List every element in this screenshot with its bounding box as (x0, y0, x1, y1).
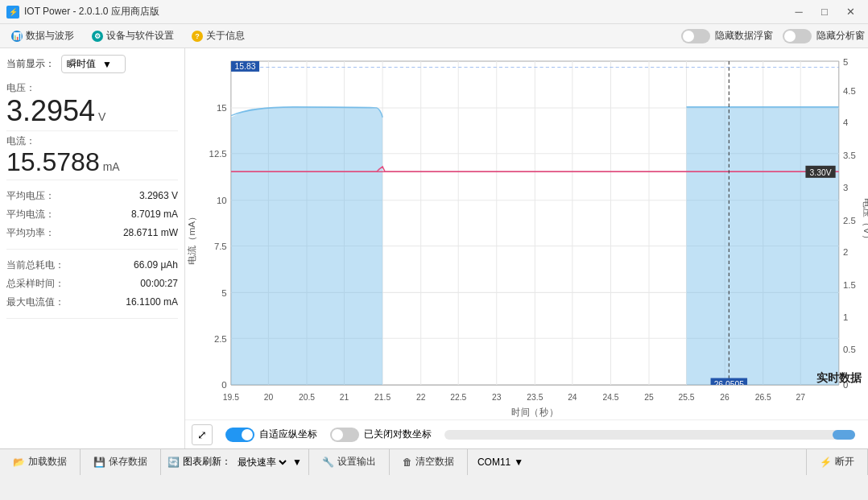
svg-text:3: 3 (843, 183, 848, 192)
menu-settings-label: 设备与软件设置 (106, 29, 174, 43)
menu-item-data[interactable]: 📊 数据与波形 (3, 26, 82, 46)
zoom-fit-button[interactable]: ⤢ (192, 424, 213, 445)
voltage-label: 电压： (6, 81, 178, 95)
voltage-value-row: 3.2954 V (6, 95, 178, 127)
bottom-bar: 📂 加载数据 💾 保存数据 🔄 图表刷新： 最快速率 ▼ 🔧 设置输出 🗑 清空… (0, 448, 868, 474)
svg-text:5: 5 (221, 288, 226, 298)
svg-text:12.5: 12.5 (209, 149, 227, 159)
svg-text:时间（秒）: 时间（秒） (511, 407, 559, 417)
load-icon: 📂 (13, 457, 25, 468)
total-power-row: 当前总耗电： 66.09 μAh (6, 256, 178, 275)
log-label: 已关闭对数坐标 (364, 428, 432, 441)
window-controls: ─ □ ✕ (787, 4, 862, 20)
svg-text:24: 24 (568, 392, 577, 402)
display-mode-select[interactable]: 瞬时值 ▼ (61, 55, 126, 73)
hide-data-toggle[interactable] (681, 29, 710, 43)
settings-icon: ⚙ (92, 31, 103, 42)
menu-item-about[interactable]: ? 关于信息 (184, 26, 253, 46)
current-value-row: 15.5788 mA (6, 148, 178, 176)
hide-analysis-toggle-group: 隐藏分析窗 (783, 29, 865, 43)
chart-scrollbar[interactable] (444, 430, 855, 440)
maximize-button[interactable]: □ (813, 4, 836, 20)
svg-text:23.5: 23.5 (527, 392, 543, 402)
avg-current-value: 8.7019 mA (131, 209, 178, 220)
chart-refresh-label: 图表刷新： (183, 455, 231, 469)
realtime-label: 实时数据 (816, 371, 862, 386)
svg-text:7.5: 7.5 (214, 242, 227, 251)
main-content: 当前显示： 瞬时值 ▼ 电压： 3.2954 V 电流： 15.5788 mA (0, 48, 868, 448)
svg-text:20.5: 20.5 (299, 392, 315, 402)
current-unit: mA (103, 160, 120, 173)
waveform-chart: 0 2.5 5 7.5 10 12.5 15 电流（mA） 19.5 20 20… (185, 48, 868, 419)
svg-text:2: 2 (843, 247, 848, 257)
disconnect-icon: ⚡ (820, 457, 832, 468)
avg-current-row: 平均电流： 8.7019 mA (6, 205, 178, 224)
avg-current-label: 平均电流： (6, 208, 55, 221)
svg-text:电压（V）: 电压（V） (862, 198, 868, 244)
svg-text:4: 4 (843, 118, 849, 127)
com-dropdown-icon: ▼ (514, 457, 523, 468)
save-data-button[interactable]: 💾 保存数据 (81, 449, 161, 475)
com-port-section[interactable]: COM11 ▼ (468, 449, 807, 475)
svg-text:21.5: 21.5 (374, 392, 391, 402)
title-bar-left: ⚡ IOT Power - 2.0.1.0 应用商店版 (6, 5, 159, 19)
disconnect-button[interactable]: ⚡ 断开 (807, 449, 868, 475)
menu-bar-left: 📊 数据与波形 ⚙ 设备与软件设置 ? 关于信息 (3, 26, 253, 46)
hide-data-toggle-group: 隐藏数据浮窗 (681, 29, 773, 43)
adaptive-toggle[interactable] (225, 428, 254, 442)
dropdown-icon: ▼ (292, 457, 302, 468)
chart-refresh-icon: 🔄 (167, 457, 180, 468)
app-title: IOT Power - 2.0.1.0 应用商店版 (24, 5, 159, 19)
clear-data-button[interactable]: 🗑 清空数据 (390, 449, 468, 475)
svg-text:15.83: 15.83 (235, 61, 256, 71)
voltage-value: 3.2954 (6, 95, 95, 127)
svg-text:2.5: 2.5 (214, 333, 227, 343)
svg-text:3.5: 3.5 (843, 151, 856, 160)
sample-time-value: 00:00:27 (140, 278, 178, 289)
sample-time-row: 总采样时间： 00:00:27 (6, 275, 178, 293)
svg-text:27: 27 (796, 392, 805, 402)
close-button[interactable]: ✕ (839, 4, 862, 20)
svg-text:25: 25 (644, 392, 654, 402)
chart-bottom-controls: ⤢ 自适应纵坐标 已关闭对数坐标 (185, 419, 868, 448)
voltage-section: 电压： 3.2954 V (6, 78, 178, 131)
chart-container[interactable]: 0 2.5 5 7.5 10 12.5 15 电流（mA） 19.5 20 20… (185, 48, 868, 419)
chart-refresh-select[interactable]: 最快速率 (234, 456, 289, 469)
hide-analysis-toggle[interactable] (783, 29, 812, 43)
avg-power-row: 平均功率： 28.6711 mW (6, 224, 178, 242)
chart-refresh-section: 🔄 图表刷新： 最快速率 ▼ (161, 449, 309, 475)
load-data-button[interactable]: 📂 加载数据 (0, 449, 81, 475)
hide-data-label: 隐藏数据浮窗 (715, 29, 773, 43)
left-panel: 当前显示： 瞬时值 ▼ 电压： 3.2954 V 电流： 15.5788 mA (0, 48, 185, 448)
log-toggle-group: 已关闭对数坐标 (330, 428, 432, 442)
svg-text:0.5: 0.5 (843, 345, 856, 354)
total-power-label: 当前总耗电： (6, 258, 64, 272)
data-icon: 📊 (11, 31, 23, 42)
stats-section: 平均电压： 3.2963 V 平均电流： 8.7019 mA 平均功率： 28.… (6, 180, 178, 250)
scrollbar-thumb[interactable] (833, 430, 855, 440)
current-section: 电流： 15.5788 mA (6, 131, 178, 180)
set-output-button[interactable]: 🔧 设置输出 (309, 449, 390, 475)
save-icon: 💾 (93, 457, 105, 468)
minimize-button[interactable]: ─ (787, 4, 810, 20)
svg-text:25.5: 25.5 (679, 392, 695, 402)
svg-text:0: 0 (221, 380, 226, 390)
max-current-value: 16.1100 mA (126, 296, 178, 308)
menu-bar-right: 隐藏数据浮窗 隐藏分析窗 (681, 29, 865, 43)
clear-icon: 🗑 (403, 457, 412, 468)
svg-text:15: 15 (217, 103, 227, 113)
com-port-value: COM11 (477, 457, 510, 468)
svg-text:3.30V: 3.30V (810, 167, 832, 176)
menu-item-settings[interactable]: ⚙ 设备与软件设置 (84, 26, 182, 46)
max-current-row: 最大电流值： 16.1100 mA (6, 293, 178, 312)
svg-text:24.5: 24.5 (602, 392, 618, 402)
log-toggle[interactable] (330, 428, 359, 442)
avg-voltage-row: 平均电压： 3.2963 V (6, 187, 178, 205)
chart-area: 0 2.5 5 7.5 10 12.5 15 电流（mA） 19.5 20 20… (185, 48, 868, 448)
svg-text:电流（mA）: 电流（mA） (187, 212, 198, 266)
app-icon: ⚡ (6, 6, 19, 19)
svg-text:4.5: 4.5 (843, 86, 856, 96)
about-icon: ? (192, 31, 203, 42)
svg-text:2.5: 2.5 (843, 215, 856, 225)
avg-voltage-label: 平均电压： (6, 189, 55, 203)
